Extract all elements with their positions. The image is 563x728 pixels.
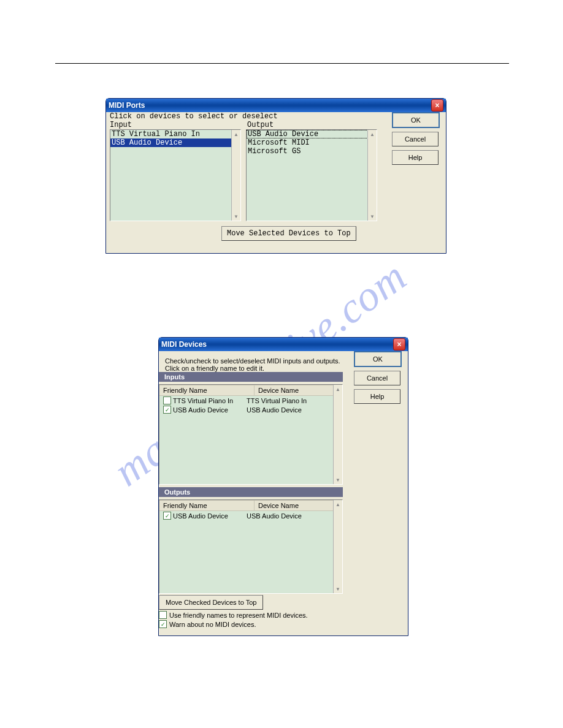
opt-warn-no-midi[interactable]: Warn about no MIDI devices. — [159, 620, 308, 628]
move-checked-button[interactable]: Move Checked Devices to Top — [159, 595, 263, 610]
input-row-1-checkbox[interactable] — [163, 396, 171, 404]
inputs-table-header: Friendly Name Device Name — [159, 385, 334, 396]
close-icon[interactable]: × — [393, 338, 405, 351]
horizontal-rule — [55, 63, 509, 64]
col-friendly-name: Friendly Name — [159, 385, 255, 396]
midi-ports-dialog: MIDI Ports × Click on devices to select … — [105, 98, 446, 254]
col-device-name: Device Name — [255, 385, 343, 396]
ok-button[interactable]: OK — [392, 112, 440, 128]
close-icon[interactable]: × — [431, 99, 443, 112]
col-friendly-name: Friendly Name — [159, 500, 255, 511]
titlebar-midi-devices: MIDI Devices × — [159, 338, 408, 351]
output-item-1[interactable]: USB Audio Device — [247, 130, 377, 138]
ok-button[interactable]: OK — [354, 351, 402, 367]
outputs-table-header: Friendly Name Device Name — [159, 500, 334, 511]
cancel-button[interactable]: Cancel — [354, 371, 400, 385]
opt-warn-checkbox[interactable] — [159, 620, 167, 628]
inputs-scrollbar[interactable]: ▲▼ — [333, 385, 342, 484]
outputs-scrollbar[interactable]: ▲▼ — [333, 500, 342, 593]
output-scrollbar[interactable]: ▲▼ — [367, 130, 377, 221]
inputs-section-header: Inputs — [159, 372, 343, 382]
move-selected-button[interactable]: Move Selected Devices to Top — [221, 226, 356, 241]
input-scrollbar[interactable]: ▲▼ — [231, 130, 240, 221]
titlebar-midi-ports: MIDI Ports × — [106, 99, 446, 112]
help-button[interactable]: Help — [392, 150, 439, 165]
output-row-1[interactable]: USB Audio Device USB Audio Device — [159, 511, 334, 520]
input-listbox[interactable]: TTS Virtual Piano In USB Audio Device ▲▼ — [110, 129, 241, 221]
input-row-2[interactable]: USB Audio Device USB Audio Device — [159, 405, 334, 414]
output-listbox[interactable]: USB Audio Device Microsoft MIDI Microsof… — [246, 129, 377, 221]
input-column-label: Input — [110, 121, 132, 129]
output-item-2[interactable]: Microsoft MIDI — [247, 138, 377, 147]
input-row-1[interactable]: TTS Virtual Piano In TTS Virtual Piano I… — [159, 396, 334, 405]
help-button[interactable]: Help — [354, 389, 400, 404]
opt-friendly-names[interactable]: Use friendly names to represent MIDI dev… — [159, 611, 308, 619]
midi-devices-dialog: MIDI Devices × Check/uncheck to select/d… — [158, 337, 408, 636]
input-item-1[interactable]: TTS Virtual Piano In — [110, 130, 240, 138]
opt-friendly-checkbox[interactable] — [159, 611, 167, 619]
outputs-section-header: Outputs — [159, 487, 343, 497]
output-row-1-checkbox[interactable] — [163, 512, 171, 520]
col-device-name: Device Name — [255, 500, 343, 511]
input-row-2-checkbox[interactable] — [163, 406, 171, 414]
title-text: MIDI Ports — [109, 101, 145, 110]
cancel-button[interactable]: Cancel — [392, 132, 439, 146]
output-item-3[interactable]: Microsoft GS — [247, 147, 377, 156]
output-column-label: Output — [247, 121, 274, 129]
input-item-2[interactable]: USB Audio Device — [110, 138, 240, 147]
title-text: MIDI Devices — [161, 340, 207, 349]
instruction-text: Click on devices to select or deselect — [110, 112, 278, 121]
